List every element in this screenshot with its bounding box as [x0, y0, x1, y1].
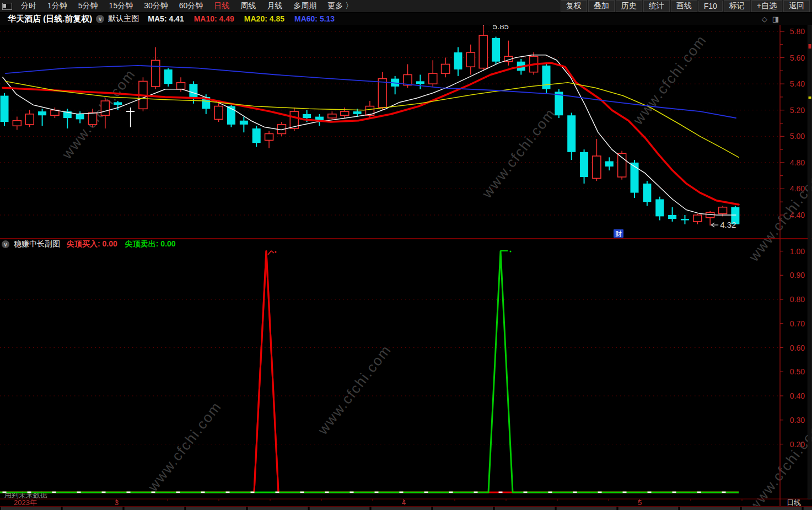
candle[interactable]	[655, 197, 664, 221]
candle-body	[1, 96, 9, 122]
candle[interactable]	[429, 60, 437, 87]
menu-item-tool[interactable]: +自选	[751, 0, 782, 12]
bottom-stub-cell[interactable]	[310, 507, 369, 510]
candle-body	[25, 114, 34, 125]
menu-item-tool[interactable]: 历史	[616, 0, 642, 12]
candle-body	[416, 81, 424, 84]
menu-item-tool[interactable]: 画线	[671, 0, 697, 12]
candle[interactable]	[479, 25, 487, 71]
menu-item-period[interactable]: 60分钟	[179, 1, 203, 11]
candle[interactable]	[25, 110, 34, 127]
menu-item-tool[interactable]: 标记	[724, 0, 750, 12]
bottom-stub-cell[interactable]	[619, 507, 678, 510]
candle[interactable]	[580, 149, 588, 184]
candle[interactable]	[631, 160, 639, 198]
window-icon[interactable]	[2, 3, 12, 10]
candle[interactable]	[693, 214, 702, 224]
scrollbar-track[interactable]	[808, 25, 812, 499]
candle[interactable]	[240, 117, 248, 133]
candle[interactable]	[542, 63, 550, 93]
candle-body	[429, 73, 437, 84]
candle[interactable]	[593, 139, 601, 181]
candle[interactable]	[13, 117, 21, 130]
menu-item-period[interactable]: 周线	[240, 1, 256, 11]
candle[interactable]	[38, 109, 46, 126]
menu-item-period[interactable]: 分时	[21, 1, 36, 11]
bottom-stub-cell[interactable]	[680, 507, 740, 510]
bottom-stub-cell[interactable]	[372, 507, 431, 510]
menu-item-period[interactable]: 更多 〉	[327, 1, 353, 11]
zero-tick	[276, 492, 279, 493]
bottom-stub-cell[interactable]	[804, 507, 812, 510]
menu-item-period[interactable]: 30分钟	[144, 1, 168, 11]
menu-item-period[interactable]: 1分钟	[47, 1, 67, 11]
candle[interactable]	[1, 93, 9, 126]
candle-body	[580, 152, 588, 177]
indicator-name[interactable]: 稳赚中长副图	[14, 239, 60, 249]
chevron-down-icon[interactable]: ∨	[2, 240, 9, 248]
main-view-label[interactable]: 默认主图	[108, 14, 139, 24]
candle[interactable]	[328, 111, 336, 119]
low-price-label: 4.32	[720, 220, 736, 229]
candle[interactable]	[643, 181, 651, 206]
candle-body	[252, 128, 261, 143]
candle[interactable]	[391, 76, 399, 94]
bottom-stub-cell[interactable]	[248, 507, 308, 510]
candle[interactable]	[492, 37, 500, 65]
menu-item-tool[interactable]: 复权	[561, 0, 587, 12]
bottom-stub-cell[interactable]	[63, 507, 122, 510]
candle[interactable]	[341, 108, 349, 118]
menu-item-period[interactable]: 日线	[214, 1, 229, 11]
candle[interactable]	[454, 47, 462, 76]
candle[interactable]	[466, 45, 475, 75]
candle-body	[479, 35, 487, 68]
bottom-stub-cell[interactable]	[1, 507, 61, 510]
period-menu: 分时1分钟5分钟15分钟30分钟60分钟日线周线月线多周期更多 〉	[15, 1, 358, 11]
zero-tick	[3, 492, 7, 493]
candle[interactable]	[442, 58, 450, 78]
candle[interactable]	[164, 68, 173, 87]
candle[interactable]	[101, 98, 109, 128]
bottom-stub-cell[interactable]	[186, 507, 246, 510]
bottom-stub-cell[interactable]	[433, 507, 493, 510]
menu-item-period[interactable]: 5分钟	[78, 1, 98, 11]
menu-item-period[interactable]: 15分钟	[109, 1, 133, 11]
candle[interactable]	[504, 41, 513, 66]
scrollbar-thumb[interactable]	[809, 44, 811, 49]
bottom-stub-cell[interactable]	[557, 507, 616, 510]
scrollbar-mark	[809, 96, 811, 99]
candle[interactable]	[378, 72, 386, 110]
event-badge[interactable]: 财	[614, 229, 623, 238]
candle-body	[605, 161, 614, 167]
menu-item-tool[interactable]: 叠加	[588, 0, 615, 12]
candle[interactable]	[265, 131, 273, 148]
candle-body	[719, 207, 727, 214]
bottom-stub-cell[interactable]	[742, 507, 802, 510]
menu-item-tool[interactable]: F10	[698, 1, 723, 12]
menu-item-period[interactable]: 月线	[267, 1, 282, 11]
red-peak-marker	[275, 251, 277, 253]
zero-tick	[375, 492, 379, 493]
candle[interactable]	[605, 157, 614, 170]
candle[interactable]	[252, 126, 261, 147]
chevron-down-icon[interactable]: ∨	[96, 15, 104, 23]
menu-item-period[interactable]: 多周期	[293, 1, 316, 11]
bottom-stub-cell[interactable]	[125, 507, 184, 510]
candle[interactable]	[126, 108, 135, 127]
menu-item-tool[interactable]: 统计	[643, 0, 670, 12]
ma-values: MA5: 4.41MA10: 4.49MA20: 4.85MA60: 5.13	[148, 14, 345, 23]
candle[interactable]	[555, 89, 563, 118]
candle[interactable]	[681, 215, 689, 224]
candle[interactable]	[214, 102, 223, 122]
menu-item-tool[interactable]: 返回	[783, 0, 810, 12]
zero-tick	[325, 492, 329, 493]
candle[interactable]	[416, 74, 424, 89]
candle-body	[89, 112, 97, 124]
candle[interactable]	[668, 207, 676, 222]
candle[interactable]	[567, 112, 576, 160]
bottom-stub-cell[interactable]	[495, 507, 555, 510]
candle[interactable]	[152, 47, 160, 89]
diamond-icon[interactable]: ◇	[762, 15, 767, 23]
zero-tick	[722, 492, 726, 493]
split-panel-icon[interactable]: ◨	[772, 15, 779, 23]
